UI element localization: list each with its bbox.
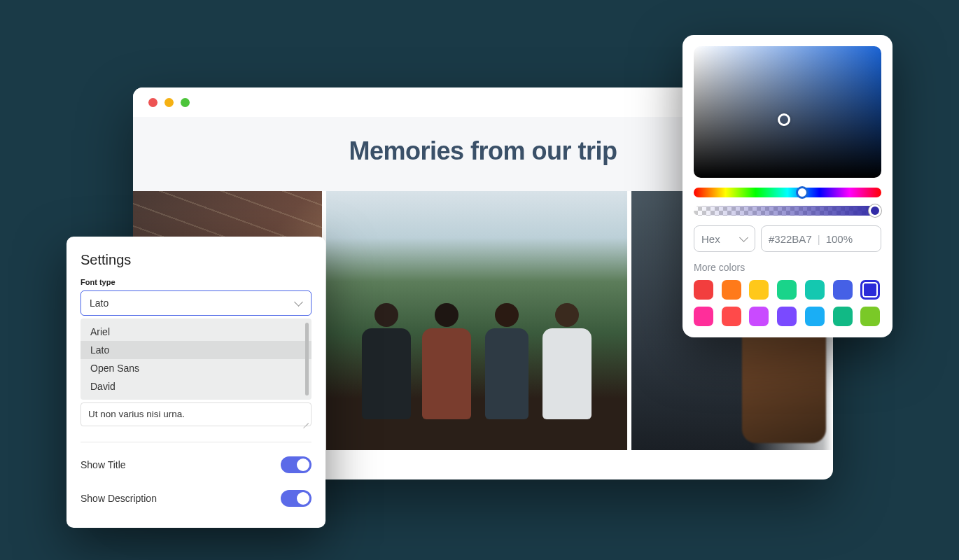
- maximize-window-icon[interactable]: [181, 98, 190, 107]
- show-description-label: Show Description: [80, 493, 157, 504]
- font-type-select[interactable]: Lato: [80, 290, 312, 316]
- color-swatch[interactable]: [777, 280, 797, 300]
- hex-row: Hex #322BA7 | 100%: [694, 225, 881, 252]
- opacity-value: 100%: [826, 233, 853, 245]
- color-swatch[interactable]: [694, 280, 713, 300]
- font-option[interactable]: David: [80, 377, 312, 396]
- hue-thumb-icon[interactable]: [796, 186, 808, 199]
- color-mode-select[interactable]: Hex: [694, 225, 755, 252]
- more-colors-label: More colors: [694, 262, 881, 273]
- saturation-cursor-icon[interactable]: [778, 113, 790, 126]
- color-swatch[interactable]: [805, 307, 825, 326]
- font-option[interactable]: Open Sans: [80, 359, 312, 377]
- hue-slider[interactable]: [694, 188, 881, 197]
- font-option[interactable]: Ariel: [80, 323, 312, 341]
- description-textarea[interactable]: Ut non varius nisi urna.: [80, 402, 312, 426]
- color-swatch[interactable]: [722, 280, 741, 300]
- show-description-toggle[interactable]: [281, 490, 312, 507]
- show-description-row: Show Description: [80, 482, 312, 515]
- gallery-image[interactable]: [326, 191, 627, 450]
- color-swatch[interactable]: [777, 307, 797, 326]
- color-swatch[interactable]: [749, 307, 769, 326]
- color-swatch[interactable]: [860, 307, 880, 326]
- resize-handle-icon[interactable]: [302, 416, 309, 424]
- separator: |: [818, 233, 820, 245]
- saturation-box[interactable]: [694, 46, 881, 178]
- alpha-thumb-icon[interactable]: [869, 204, 881, 217]
- color-swatch[interactable]: [722, 307, 741, 326]
- color-picker-panel: Hex #322BA7 | 100% More colors: [682, 35, 892, 337]
- settings-title: Settings: [80, 252, 312, 268]
- font-type-value: Lato: [90, 298, 108, 309]
- show-title-toggle[interactable]: [281, 456, 312, 473]
- description-value: Ut non varius nisi urna.: [88, 409, 185, 419]
- color-swatch[interactable]: [805, 280, 825, 300]
- color-swatch[interactable]: [749, 280, 769, 300]
- photo-content: [326, 303, 627, 429]
- color-swatch[interactable]: [860, 280, 880, 300]
- font-type-label: Font type: [80, 278, 312, 286]
- minimize-window-icon[interactable]: [164, 98, 174, 107]
- show-title-row: Show Title: [80, 448, 312, 482]
- close-window-icon[interactable]: [148, 98, 158, 107]
- color-swatch[interactable]: [694, 307, 713, 326]
- color-swatch[interactable]: [833, 280, 853, 300]
- swatch-grid: [694, 280, 881, 326]
- color-mode-value: Hex: [701, 233, 720, 245]
- show-title-label: Show Title: [80, 459, 126, 470]
- hex-input[interactable]: #322BA7 | 100%: [761, 225, 881, 252]
- font-type-dropdown: Ariel Lato Open Sans David: [80, 318, 312, 400]
- settings-panel: Settings Font type Lato Ariel Lato Open …: [66, 237, 326, 528]
- chevron-down-icon: [739, 234, 748, 243]
- hex-code: #322BA7: [769, 233, 812, 245]
- font-option[interactable]: Lato: [80, 341, 312, 359]
- color-swatch[interactable]: [833, 307, 853, 326]
- chevron-down-icon: [294, 299, 302, 307]
- divider: [80, 442, 312, 442]
- alpha-slider[interactable]: [694, 206, 881, 216]
